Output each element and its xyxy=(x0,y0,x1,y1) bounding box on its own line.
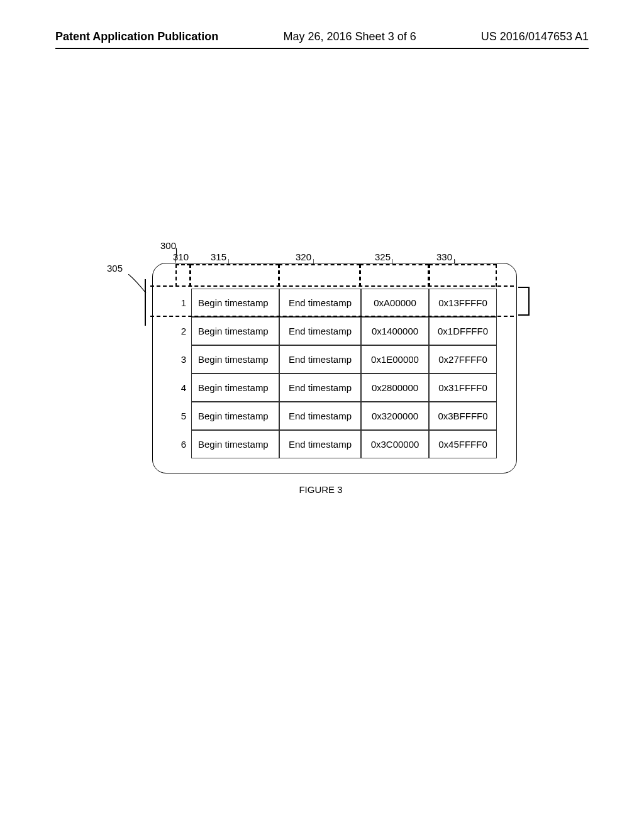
ref-310-label: 310 xyxy=(173,252,189,262)
begin-timestamp-cell: Begin timestamp xyxy=(191,374,279,402)
ref-320-label: 320 xyxy=(296,252,311,262)
start-address-cell: 0x3C00000 xyxy=(361,430,429,458)
start-address-cell: 0x3200000 xyxy=(361,402,429,430)
page-header: Patent Application Publication May 26, 2… xyxy=(0,30,644,43)
row-bracket-left xyxy=(145,279,153,326)
row-bracket-right xyxy=(518,287,530,316)
start-address-cell: 0x1E00000 xyxy=(361,345,429,374)
table-row: 2 Begin timestamp End timestamp 0x140000… xyxy=(176,317,498,345)
table-row: 1 Begin timestamp End timestamp 0xA00000… xyxy=(176,289,498,317)
end-timestamp-cell: End timestamp xyxy=(279,430,361,458)
row-index: 6 xyxy=(176,430,191,458)
ref-300-label: 300 xyxy=(160,240,176,251)
row-index: 4 xyxy=(176,374,191,402)
header-divider xyxy=(55,48,589,49)
header-center: May 26, 2016 Sheet 3 of 6 xyxy=(284,30,416,43)
header-right: US 2016/0147653 A1 xyxy=(481,30,589,43)
begin-timestamp-cell: Begin timestamp xyxy=(191,289,279,317)
begin-timestamp-cell: Begin timestamp xyxy=(191,402,279,430)
end-address-cell: 0x31FFFF0 xyxy=(429,374,497,402)
ref-305-label: 305 xyxy=(107,263,123,274)
ref-325-label: 325 xyxy=(375,252,391,262)
begin-timestamp-cell: Begin timestamp xyxy=(191,430,279,458)
end-address-cell: 0x3BFFFF0 xyxy=(429,402,497,430)
end-timestamp-cell: End timestamp xyxy=(279,402,361,430)
ref-330-label: 330 xyxy=(436,252,452,262)
table-row: 3 Begin timestamp End timestamp 0x1E0000… xyxy=(176,345,498,374)
row-index: 5 xyxy=(176,402,191,430)
end-timestamp-cell: End timestamp xyxy=(279,374,361,402)
end-address-cell: 0x1DFFFF0 xyxy=(429,317,497,345)
table-row: 5 Begin timestamp End timestamp 0x320000… xyxy=(176,402,498,430)
end-address-cell: 0x27FFFF0 xyxy=(429,345,497,374)
row-index: 3 xyxy=(176,345,191,374)
row-index: 1 xyxy=(176,289,191,317)
start-address-cell: 0x2800000 xyxy=(361,374,429,402)
begin-timestamp-cell: Begin timestamp xyxy=(191,317,279,345)
start-address-cell: 0xA00000 xyxy=(361,289,429,317)
table-row: 6 Begin timestamp End timestamp 0x3C0000… xyxy=(176,430,498,458)
figure-caption: FIGURE 3 xyxy=(107,484,535,495)
end-address-cell: 0x45FFFF0 xyxy=(429,430,497,458)
ref-315-label: 315 xyxy=(211,252,226,262)
end-timestamp-cell: End timestamp xyxy=(279,289,361,317)
end-address-cell: 0x13FFFF0 xyxy=(429,289,497,317)
start-address-cell: 0x1400000 xyxy=(361,317,429,345)
mapping-table: 1 Begin timestamp End timestamp 0xA00000… xyxy=(176,289,498,458)
row-index: 2 xyxy=(176,317,191,345)
figure-panel: 1 Begin timestamp End timestamp 0xA00000… xyxy=(152,263,517,473)
end-timestamp-cell: End timestamp xyxy=(279,345,361,374)
end-timestamp-cell: End timestamp xyxy=(279,317,361,345)
begin-timestamp-cell: Begin timestamp xyxy=(191,345,279,374)
header-left: Patent Application Publication xyxy=(55,30,218,43)
table-row: 4 Begin timestamp End timestamp 0x280000… xyxy=(176,374,498,402)
